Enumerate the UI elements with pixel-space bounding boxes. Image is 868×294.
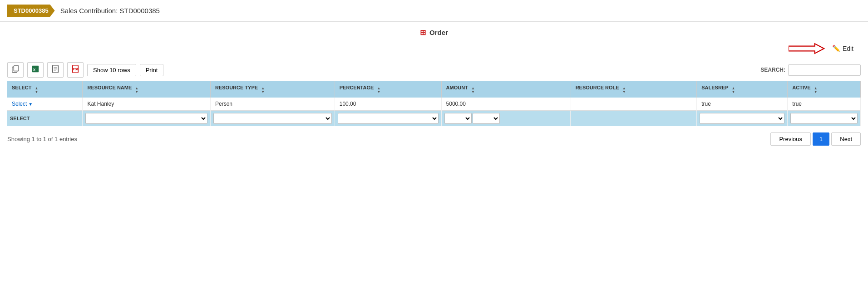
col-amount: AMOUNT ▲▼ bbox=[441, 81, 571, 98]
show-rows-button[interactable]: Show 10 rows bbox=[87, 64, 136, 76]
filter-select-amount[interactable] bbox=[444, 113, 472, 124]
filter-select-active[interactable] bbox=[790, 113, 858, 124]
page-title: Sales Contribution: STD0000385 bbox=[60, 7, 160, 15]
next-button[interactable]: Next bbox=[831, 132, 861, 146]
svg-text:X: X bbox=[33, 68, 36, 72]
sort-icon-amount: ▲▼ bbox=[471, 87, 475, 94]
doc-button[interactable] bbox=[47, 62, 64, 78]
breadcrumb-badge[interactable]: STD0000385 bbox=[7, 5, 55, 17]
edit-button[interactable]: ✏️ Edit bbox=[829, 43, 857, 54]
print-button[interactable]: Print bbox=[140, 64, 164, 76]
sort-icon-select: ▲▼ bbox=[35, 87, 38, 94]
cell-active: true bbox=[788, 98, 861, 111]
table-wrap: SELECT ▲▼ RESOURCE NAME ▲▼ RESOURCE TYPE… bbox=[0, 81, 868, 126]
filter-cell-resource-role bbox=[571, 111, 697, 127]
search-area: SEARCH: bbox=[760, 64, 861, 76]
order-heading: ⊞ Order bbox=[0, 22, 868, 40]
sort-icon-resource-name: ▲▼ bbox=[135, 87, 138, 94]
top-header: STD0000385 Sales Contribution: STD000038… bbox=[0, 0, 868, 22]
filter-select-resource-type[interactable] bbox=[213, 113, 332, 124]
filter-select-amount2[interactable] bbox=[473, 113, 500, 124]
filter-row: SELECT bbox=[7, 111, 861, 127]
pagination-buttons: Previous 1 Next bbox=[770, 132, 861, 146]
search-label: SEARCH: bbox=[760, 67, 785, 73]
page-1-button[interactable]: 1 bbox=[813, 132, 829, 146]
col-salesrep: SALESREP ▲▼ bbox=[697, 81, 788, 98]
cell-resource-role bbox=[571, 98, 697, 111]
filter-select-percentage[interactable] bbox=[338, 113, 439, 124]
col-percentage: PERCENTAGE ▲▼ bbox=[335, 81, 441, 98]
select-link[interactable]: Select ▼ bbox=[12, 101, 78, 107]
doc-icon bbox=[51, 65, 59, 75]
main-table: SELECT ▲▼ RESOURCE NAME ▲▼ RESOURCE TYPE… bbox=[7, 81, 861, 126]
search-input[interactable] bbox=[788, 64, 861, 76]
sort-icon-resource-role: ▲▼ bbox=[622, 87, 626, 94]
edit-area: ✏️ Edit bbox=[0, 40, 868, 59]
cell-salesrep: true bbox=[697, 98, 788, 111]
cell-select: Select ▼ bbox=[7, 98, 83, 111]
sort-icon-salesrep: ▲▼ bbox=[731, 87, 735, 94]
pdf-button[interactable]: PDF bbox=[67, 62, 84, 78]
svg-text:PDF: PDF bbox=[73, 68, 79, 71]
copy-button[interactable] bbox=[7, 62, 24, 78]
filter-select-salesrep[interactable] bbox=[700, 113, 784, 124]
col-resource-type: RESOURCE TYPE ▲▼ bbox=[210, 81, 335, 98]
filter-cell-resource-name bbox=[83, 111, 210, 127]
filter-cell-salesrep bbox=[697, 111, 788, 127]
filter-cell-resource-type bbox=[210, 111, 335, 127]
col-active: ACTIVE ▲▼ bbox=[788, 81, 861, 98]
excel-button[interactable]: X bbox=[27, 62, 44, 78]
sort-icon-resource-type: ▲▼ bbox=[261, 87, 265, 94]
edit-button-label: Edit bbox=[843, 45, 853, 52]
table-header-row: SELECT ▲▼ RESOURCE NAME ▲▼ RESOURCE TYPE… bbox=[7, 81, 861, 98]
excel-icon: X bbox=[31, 65, 39, 75]
pdf-icon: PDF bbox=[71, 65, 79, 75]
previous-button[interactable]: Previous bbox=[770, 132, 811, 146]
cell-amount: 5000.00 bbox=[441, 98, 571, 111]
col-resource-name: RESOURCE NAME ▲▼ bbox=[83, 81, 210, 98]
sort-icon-percentage: ▲▼ bbox=[377, 87, 380, 94]
dropdown-arrow-icon: ▼ bbox=[28, 102, 33, 107]
grid-icon: ⊞ bbox=[420, 28, 426, 37]
copy-icon bbox=[11, 65, 20, 75]
svg-rect-2 bbox=[14, 66, 19, 71]
cell-resource-type: Person bbox=[210, 98, 335, 111]
svg-marker-0 bbox=[789, 44, 824, 53]
filter-cell-amount bbox=[442, 111, 571, 126]
order-heading-label: Order bbox=[429, 29, 448, 36]
table-row: Select ▼ Kat Hanley Person 100.00 5000.0… bbox=[7, 98, 861, 111]
cell-resource-name: Kat Hanley bbox=[83, 98, 210, 111]
filter-cell-active bbox=[788, 111, 861, 127]
filter-select-resource-name[interactable] bbox=[85, 113, 207, 124]
cell-percentage: 100.00 bbox=[335, 98, 441, 111]
toolbar: X PDF Show 10 rows Print SEARCH: bbox=[0, 59, 868, 81]
filter-cell-select: SELECT bbox=[7, 111, 83, 127]
pagination-area: Showing 1 to 1 of 1 entries Previous 1 N… bbox=[0, 126, 868, 152]
col-resource-role: RESOURCE ROLE ▲▼ bbox=[571, 81, 697, 98]
col-select: SELECT ▲▼ bbox=[7, 81, 83, 98]
sort-icon-active: ▲▼ bbox=[814, 87, 818, 94]
red-arrow-icon bbox=[789, 42, 825, 55]
pencil-icon: ✏️ bbox=[832, 44, 841, 53]
showing-text: Showing 1 to 1 of 1 entries bbox=[7, 136, 77, 142]
filter-cell-percentage bbox=[335, 111, 441, 127]
